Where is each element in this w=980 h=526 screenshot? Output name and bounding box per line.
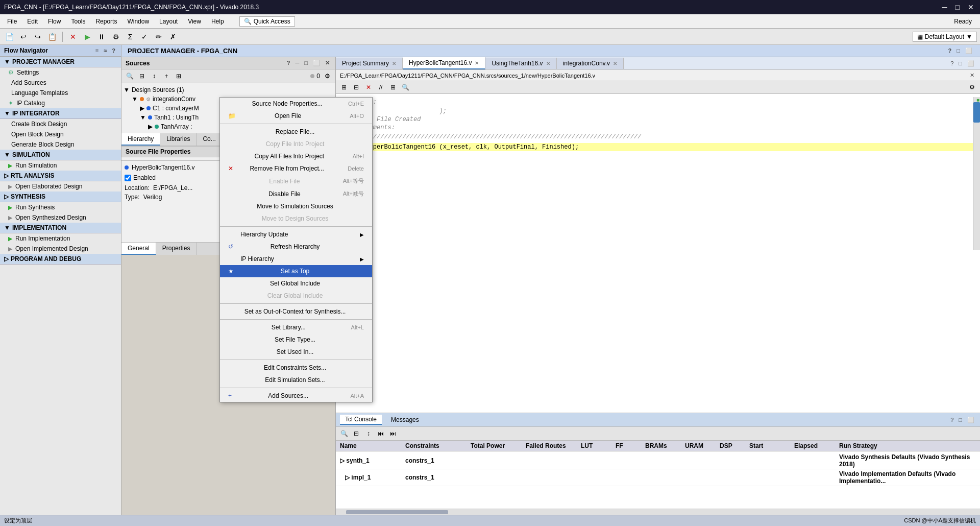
- ctx-source-node-properties[interactable]: Source Node Properties... Ctrl+E: [220, 98, 372, 110]
- menu-file[interactable]: File: [2, 16, 22, 27]
- nav-item-run-synthesis[interactable]: ▶ Run Synthesis: [0, 202, 121, 212]
- toolbar-copy[interactable]: 📋: [46, 31, 58, 43]
- console-filter-btn[interactable]: ⊟: [351, 428, 361, 439]
- scrollbar-thumb[interactable]: [973, 102, 980, 123]
- editor-paste-btn[interactable]: ⊟: [351, 82, 361, 92]
- tab-using-tanh[interactable]: UsingTheTanh16.v ✕: [485, 58, 556, 69]
- sources-float[interactable]: □: [303, 59, 309, 67]
- console-float-icon[interactable]: □: [957, 416, 964, 424]
- editor-comment-btn[interactable]: //: [376, 82, 386, 92]
- minimize-button[interactable]: ─: [940, 3, 949, 11]
- editor-scrollbar[interactable]: ■: [973, 97, 980, 250]
- toolbar-check[interactable]: ✓: [138, 31, 151, 43]
- default-layout-dropdown[interactable]: ▦ Default Layout ▼: [913, 32, 977, 42]
- editor-copy-btn[interactable]: ⊞: [339, 82, 349, 92]
- editor-delete-btn[interactable]: ✕: [363, 82, 374, 92]
- ctx-set-global-include[interactable]: Set Global Include: [220, 277, 372, 290]
- max-icon[interactable]: ⬜: [964, 47, 974, 55]
- ctx-set-file-type[interactable]: Set File Type...: [220, 333, 372, 346]
- sources-search-btn[interactable]: 🔍: [125, 71, 135, 81]
- quick-access-bar[interactable]: 🔍 Quick Access: [239, 16, 295, 27]
- console-scrollbar[interactable]: [336, 509, 980, 515]
- editor-float-icon[interactable]: □: [957, 60, 964, 67]
- editor-settings-btn[interactable]: ⚙: [967, 82, 977, 92]
- menu-tools[interactable]: Tools: [66, 16, 90, 27]
- ctx-copy-all-files[interactable]: Copy All Files Into Project Alt+I: [220, 150, 372, 162]
- tab-tcl-console[interactable]: Tcl Console: [340, 415, 382, 425]
- toolbar-sigma[interactable]: Σ: [124, 31, 136, 43]
- tab-hierarchy[interactable]: Hierarchy: [121, 133, 160, 146]
- editor-help-icon[interactable]: ?: [949, 60, 955, 67]
- ctx-set-out-of-context[interactable]: Set as Out-of-Context for Synthesis...: [220, 305, 372, 318]
- tab-messages[interactable]: Messages: [386, 415, 424, 424]
- ctx-hierarchy-update[interactable]: Hierarchy Update ▶: [220, 228, 372, 241]
- menu-view[interactable]: View: [183, 16, 206, 27]
- toolbar-pause[interactable]: ⏸: [95, 31, 108, 43]
- sources-refresh-btn[interactable]: ⊞: [174, 71, 184, 81]
- nav-item-language-templates[interactable]: Language Templates: [0, 88, 121, 98]
- editor-table-btn[interactable]: ⊞: [388, 82, 398, 92]
- nav-section-simulation[interactable]: ▼ SIMULATION: [0, 150, 121, 160]
- tab-integration-conv[interactable]: integrationConv.v ✕: [557, 58, 624, 69]
- tab-hyperbolic-close[interactable]: ✕: [475, 60, 479, 66]
- tab-hyperbolic-tangent[interactable]: HyperBolicTangent16.v ✕: [403, 57, 485, 69]
- nav-help-icon[interactable]: ?: [110, 47, 117, 54]
- nav-item-ip-catalog[interactable]: ✦ IP Catalog: [0, 98, 121, 108]
- console-last-btn[interactable]: ⏭: [388, 428, 398, 439]
- nav-pin-icon[interactable]: ≡: [94, 47, 100, 54]
- sources-max[interactable]: ⬜: [311, 59, 322, 67]
- ctx-refresh-hierarchy[interactable]: ↺ Refresh Hierarchy: [220, 241, 372, 253]
- tab-libraries[interactable]: Libraries: [160, 133, 197, 146]
- ctx-set-library[interactable]: Set Library... Alt+L: [220, 321, 372, 333]
- sources-close[interactable]: ✕: [324, 59, 331, 67]
- toolbar-redo[interactable]: ↪: [32, 31, 44, 43]
- menu-window[interactable]: Window: [122, 16, 154, 27]
- close-button[interactable]: ✕: [966, 3, 976, 11]
- toolbar-new[interactable]: 📄: [3, 31, 15, 43]
- sources-sort-btn[interactable]: ↕: [149, 71, 159, 81]
- toolbar-run[interactable]: ▶: [81, 31, 93, 43]
- menu-edit[interactable]: Edit: [22, 16, 43, 27]
- console-max-icon[interactable]: ⬜: [966, 416, 976, 424]
- menu-layout[interactable]: Layout: [154, 16, 183, 27]
- editor-search2-btn[interactable]: 🔍: [400, 82, 410, 92]
- nav-item-open-impl[interactable]: ▶ Open Implemented Design: [0, 244, 121, 254]
- console-row-synth[interactable]: ▷ synth_1 constrs_1 Vivado Synthesis: [336, 452, 980, 469]
- nav-section-ip-integrator[interactable]: ▼ IP INTEGRATOR: [0, 108, 121, 119]
- tab-properties[interactable]: Properties: [156, 243, 197, 255]
- nav-section-prog[interactable]: ▷ PROGRAM AND DEBUG: [0, 254, 121, 265]
- toolbar-undo[interactable]: ↩: [17, 31, 30, 43]
- ctx-set-used-in[interactable]: Set Used In...: [220, 346, 372, 358]
- ctx-disable-file[interactable]: Disable File Alt+减号: [220, 187, 372, 200]
- enabled-checkbox[interactable]: [125, 175, 131, 181]
- console-sort-btn[interactable]: ↕: [363, 428, 374, 439]
- nav-item-open-elaborated[interactable]: ▶ Open Elaborated Design: [0, 181, 121, 192]
- console-help-icon[interactable]: ?: [949, 416, 955, 424]
- toolbar-settings[interactable]: ⚙: [110, 31, 122, 43]
- ctx-open-file[interactable]: 📁 Open File Alt+O: [220, 110, 372, 122]
- sources-add-btn[interactable]: +: [161, 71, 172, 81]
- nav-section-project-manager[interactable]: ▼ PROJECT MANAGER: [0, 57, 121, 67]
- tab-compile-order[interactable]: Co...: [197, 133, 222, 146]
- ctx-edit-sim-sets[interactable]: Edit Simulation Sets...: [220, 374, 372, 386]
- nav-item-run-sim[interactable]: ▶ Run Simulation: [0, 160, 121, 171]
- tab-general[interactable]: General: [121, 243, 156, 255]
- tab-project-summary[interactable]: Project Summary ✕: [336, 58, 403, 69]
- sources-help[interactable]: ?: [285, 59, 292, 67]
- nav-item-run-impl[interactable]: ▶ Run Implementation: [0, 233, 121, 244]
- maximize-button[interactable]: □: [953, 3, 962, 11]
- toolbar-pencil[interactable]: ✏: [153, 31, 165, 43]
- ctx-move-to-sim[interactable]: Move to Simulation Sources: [220, 200, 372, 212]
- console-row-impl[interactable]: ▷ impl_1 constrs_1 Vivado Implementat: [336, 469, 980, 486]
- menu-reports[interactable]: Reports: [90, 16, 122, 27]
- nav-item-open-synth[interactable]: ▶ Open Synthesized Design: [0, 212, 121, 223]
- nav-section-impl[interactable]: ▼ IMPLEMENTATION: [0, 223, 121, 233]
- nav-float-icon[interactable]: ≈: [102, 47, 108, 54]
- ctx-remove-file[interactable]: ✕ Remove File from Project... Delete: [220, 162, 372, 175]
- sources-gear-btn[interactable]: ⚙: [322, 71, 332, 81]
- ctx-edit-constraints[interactable]: Edit Constraints Sets...: [220, 362, 372, 374]
- toolbar-x2[interactable]: ✗: [167, 31, 179, 43]
- tree-design-sources[interactable]: ▼ Design Sources (1): [124, 85, 333, 94]
- tab-integration-close[interactable]: ✕: [613, 61, 617, 66]
- console-scrollbar-thumb[interactable]: [346, 510, 448, 514]
